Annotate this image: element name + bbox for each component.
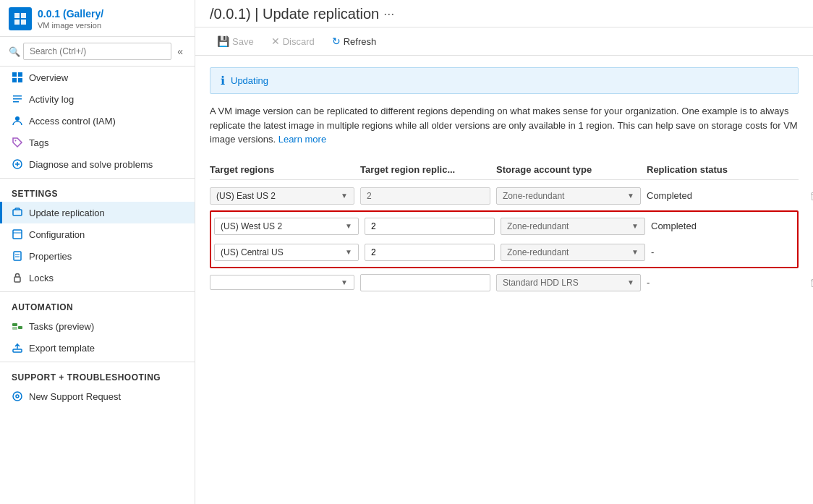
sidebar-nav: Overview Activity log Access control (IA… xyxy=(0,67,195,407)
resource-subtitle: VM image version xyxy=(38,21,103,30)
learn-more-link[interactable]: Learn more xyxy=(278,134,326,145)
svg-rect-2 xyxy=(14,20,20,25)
sidebar-item-properties[interactable]: Properties xyxy=(0,245,195,267)
discard-button[interactable]: ✕ Discard xyxy=(264,32,322,51)
refresh-icon: ↻ xyxy=(332,35,341,47)
svg-rect-23 xyxy=(12,327,17,330)
sidebar-item-diagnose[interactable]: Diagnose and solve problems xyxy=(0,153,195,175)
svg-point-11 xyxy=(15,116,20,121)
sidebar-item-update-label: Update replication xyxy=(29,208,105,218)
chevron-down-icon: ▼ xyxy=(341,278,348,286)
sidebar-item-tags[interactable]: Tags xyxy=(0,132,195,153)
collapse-button[interactable]: « xyxy=(174,44,186,59)
col-storage-type: Storage account type xyxy=(496,164,641,175)
storage-select-0[interactable]: Zone-redundant ▼ xyxy=(496,187,641,205)
toolbar: 💾 Save ✕ Discard ↻ Refresh xyxy=(195,27,813,56)
chevron-down-icon: ▼ xyxy=(345,222,352,230)
svg-point-12 xyxy=(15,140,17,142)
storage-select-3[interactable]: Standard HDD LRS ▼ xyxy=(496,274,641,291)
page-title: /0.0.1) | Update replication xyxy=(210,6,379,22)
storage-select-1[interactable]: Zone-redundant ▼ xyxy=(501,218,645,235)
sidebar-item-update-replication[interactable]: Update replication xyxy=(0,202,195,223)
sidebar-item-activity-log[interactable]: Activity log xyxy=(0,88,195,110)
config-icon xyxy=(12,228,23,240)
region-select-1[interactable]: (US) West US 2 ▼ xyxy=(214,218,359,235)
delete-button-0: 🗑 xyxy=(797,187,813,205)
col-actions xyxy=(797,164,813,175)
sidebar-item-overview[interactable]: Overview xyxy=(0,67,195,88)
status-text-0: Completed xyxy=(647,190,791,201)
svg-point-25 xyxy=(13,392,22,401)
table-row: (US) Central US ▼ Zone-redundant ▼ - 🗑 xyxy=(211,239,797,265)
replicas-input-3[interactable] xyxy=(360,274,490,291)
sidebar-item-activity-label: Activity log xyxy=(29,94,74,105)
settings-section-label: Settings xyxy=(0,181,195,202)
sidebar-item-configuration[interactable]: Configuration xyxy=(0,223,195,245)
col-replication-status: Replication status xyxy=(647,164,791,175)
svg-rect-0 xyxy=(14,13,20,18)
chevron-down-icon: ▼ xyxy=(631,222,639,230)
delete-button-3: 🗑 xyxy=(797,273,813,292)
sidebar-item-tasks-label: Tasks (preview) xyxy=(29,321,94,332)
col-target-regions: Target regions xyxy=(210,164,354,175)
sidebar-item-new-support[interactable]: New Support Request xyxy=(0,385,195,407)
storage-select-2[interactable]: Zone-redundant ▼ xyxy=(501,244,645,261)
access-icon xyxy=(12,115,23,127)
chevron-down-icon: ▼ xyxy=(341,192,348,200)
chevron-down-icon: ▼ xyxy=(627,192,634,200)
sidebar-item-overview-label: Overview xyxy=(29,72,68,83)
table-row: (US) West US 2 ▼ Zone-redundant ▼ Comple… xyxy=(211,213,797,239)
delete-button-2[interactable]: 🗑 xyxy=(801,243,813,262)
svg-rect-7 xyxy=(18,78,22,82)
svg-rect-1 xyxy=(21,13,26,18)
sidebar-item-access-control[interactable]: Access control (IAM) xyxy=(0,110,195,132)
svg-rect-22 xyxy=(18,326,22,329)
save-icon: 💾 xyxy=(217,35,229,47)
region-select-0[interactable]: (US) East US 2 ▼ xyxy=(210,187,354,205)
sidebar-item-export-label: Export template xyxy=(29,343,95,354)
replicas-input-2[interactable] xyxy=(365,244,495,261)
resource-title: 0.0.1 (Gallery/ xyxy=(38,8,103,20)
diagnose-icon xyxy=(12,158,23,170)
search-icon: 🔍 xyxy=(9,46,20,57)
replicas-input-1[interactable] xyxy=(365,218,495,235)
search-row: 🔍 « xyxy=(0,37,195,67)
svg-rect-21 xyxy=(12,323,17,326)
support-icon xyxy=(12,390,23,402)
sidebar-header: 0.0.1 (Gallery/ VM image version xyxy=(0,0,195,37)
svg-rect-15 xyxy=(13,230,22,239)
search-input[interactable] xyxy=(23,43,171,60)
sidebar-item-tags-label: Tags xyxy=(29,137,48,148)
sidebar-item-support-label: New Support Request xyxy=(29,391,121,402)
svg-rect-24 xyxy=(13,349,22,352)
highlighted-rows-group: (US) West US 2 ▼ Zone-redundant ▼ Comple… xyxy=(210,210,799,268)
refresh-button[interactable]: ↻ Refresh xyxy=(325,32,384,51)
sidebar-item-export[interactable]: Export template xyxy=(0,337,195,359)
svg-rect-4 xyxy=(12,72,17,77)
save-button[interactable]: 💾 Save xyxy=(210,32,261,51)
properties-icon xyxy=(12,250,23,262)
replicas-input-0[interactable] xyxy=(360,187,490,205)
main-header: /0.0.1) | Update replication ··· xyxy=(195,0,813,27)
svg-rect-5 xyxy=(18,72,22,77)
locks-icon xyxy=(12,272,23,283)
export-icon xyxy=(12,342,23,354)
sidebar-item-tasks[interactable]: Tasks (preview) xyxy=(0,315,195,337)
col-target-replicas: Target region replic... xyxy=(360,164,490,175)
chevron-down-icon: ▼ xyxy=(627,278,634,286)
tags-icon xyxy=(12,137,23,148)
delete-button-1[interactable]: 🗑 xyxy=(801,217,813,236)
region-select-3[interactable]: ▼ xyxy=(210,275,354,290)
svg-rect-20 xyxy=(14,277,20,282)
updating-text: Updating xyxy=(231,75,268,86)
support-section-label: Support + troubleshooting xyxy=(0,365,195,385)
status-text-3: - xyxy=(647,277,791,288)
chevron-down-icon: ▼ xyxy=(631,248,639,256)
resource-icon xyxy=(9,7,32,30)
chevron-down-icon: ▼ xyxy=(345,248,352,256)
sidebar-item-locks[interactable]: Locks xyxy=(0,267,195,289)
region-select-2[interactable]: (US) Central US ▼ xyxy=(214,244,359,261)
description-text: A VM image version can be replicated to … xyxy=(210,104,799,147)
automation-section-label: Automation xyxy=(0,295,195,315)
overview-icon xyxy=(12,72,23,83)
